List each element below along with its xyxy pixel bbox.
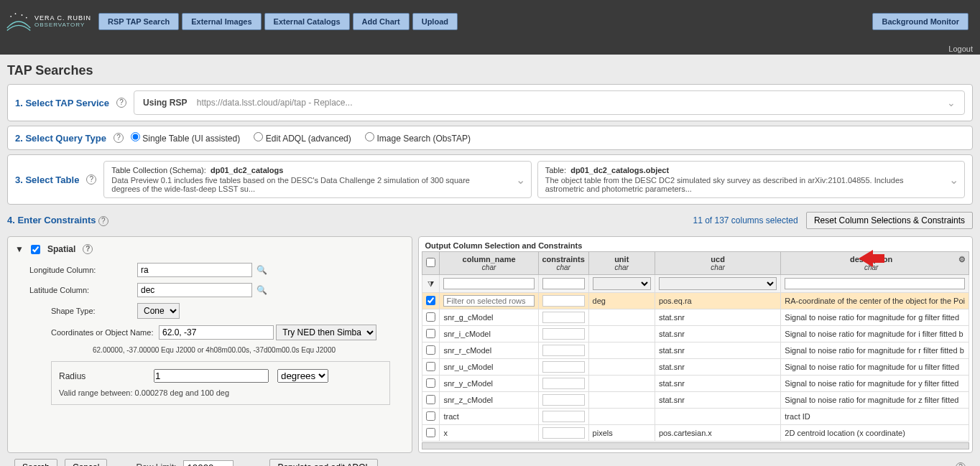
row-checkbox[interactable] [426, 362, 435, 371]
radio-single-table[interactable]: Single Table (UI assisted) [131, 134, 240, 144]
spatial-enable-checkbox[interactable] [31, 245, 40, 254]
longitude-column-input[interactable] [137, 263, 252, 277]
cell-name [440, 293, 538, 309]
row-checkbox[interactable] [426, 411, 435, 421]
table-row[interactable]: snr_i_cModelstat.snrSignal to noise rati… [422, 326, 969, 342]
table-selector[interactable]: Table: dp01_dc2_catalogs.object The obje… [537, 161, 965, 198]
table-row[interactable]: xpixelspos.cartesian.x2D centroid locati… [422, 425, 969, 442]
constraint-input[interactable] [542, 427, 585, 439]
svg-point-2 [22, 14, 23, 16]
name-resolver-select[interactable]: Try NED then Simbad [276, 325, 376, 340]
radius-box: Radius degrees Valid range between: 0.00… [51, 361, 390, 405]
cell-name: snr_y_cModel [440, 376, 538, 392]
cell-ucd: stat.snr [655, 326, 780, 342]
gear-icon[interactable]: ⚙ [958, 255, 966, 264]
cell-desc: Signal to noise ratio for magnitude for … [781, 309, 969, 326]
cell-constraints [538, 326, 588, 342]
row-checkbox[interactable] [426, 378, 435, 388]
tab-external-catalogs[interactable]: External Catalogs [264, 13, 350, 30]
reset-selections-button[interactable]: Reset Column Selections & Constraints [806, 212, 973, 229]
search-icon[interactable]: 🔍 [256, 285, 267, 295]
row-checkbox[interactable] [426, 296, 435, 305]
cell-unit [588, 309, 655, 326]
table-row[interactable]: snr_g_cModelstat.snrSignal to noise rati… [422, 309, 969, 326]
table-row[interactable]: degpos.eq.raRA-coordinate of the center … [422, 293, 969, 309]
help-icon[interactable]: ? [956, 462, 966, 466]
background-monitor-button[interactable]: Background Monitor [872, 13, 969, 30]
search-button[interactable]: Search [14, 459, 57, 466]
filter-unit-select[interactable] [593, 277, 651, 290]
row-checkbox[interactable] [426, 395, 435, 404]
horizontal-scrollbar[interactable] [422, 442, 969, 449]
populate-adql-button[interactable]: Populate and edit ADQL [269, 459, 378, 466]
tap-service-selector[interactable]: Using RSP https://data.lsst.cloud/api/ta… [134, 90, 965, 115]
filter-icon[interactable]: ⧩ [427, 279, 434, 288]
cell-desc: tract ID [781, 409, 969, 425]
collapse-toggle-icon[interactable]: ▼ [15, 244, 24, 254]
shape-type-select[interactable]: Cone [137, 303, 180, 319]
schema-selector[interactable]: Table Collection (Schema): dp01_dc2_cata… [103, 161, 531, 198]
table-row[interactable]: snr_r_cModelstat.snrSignal to noise rati… [422, 342, 969, 359]
row-checkbox[interactable] [426, 329, 435, 338]
coords-label: Coordinates or Object Name: [51, 328, 159, 337]
row-checkbox[interactable] [426, 312, 435, 322]
row-limit-label: Row Limit: [136, 462, 176, 466]
constraint-input[interactable] [542, 411, 585, 422]
help-icon[interactable]: ? [83, 244, 93, 254]
radius-unit-select[interactable]: degrees [277, 369, 328, 383]
bottom-bar: Search Cancel Row Limit: Populate and ed… [7, 453, 973, 466]
cell-ucd: stat.snr [655, 392, 780, 409]
logout-link[interactable]: Logout [948, 45, 973, 53]
cell-name: x [440, 425, 538, 442]
table-row[interactable]: snr_z_cModelstat.snrSignal to noise rati… [422, 392, 969, 409]
selected-filter-input[interactable] [443, 295, 534, 307]
row-limit-input[interactable] [183, 460, 234, 467]
tab-add-chart[interactable]: Add Chart [353, 13, 410, 30]
table-row[interactable]: snr_u_cModelstat.snrSignal to noise rati… [422, 359, 969, 376]
filter-constraints-input[interactable] [542, 278, 585, 289]
step4-header: 4. Enter Constraints ? 11 of 137 columns… [7, 209, 973, 232]
coords-hint: 62.00000, -37.00000 Equ J2000 or 4h08m00… [93, 346, 405, 354]
radius-input[interactable] [154, 369, 269, 383]
cell-constraints [538, 309, 588, 326]
table-row[interactable]: tracttract ID [422, 409, 969, 425]
help-icon[interactable]: ? [86, 174, 96, 185]
cell-desc: Signal to noise ratio for magnitude for … [781, 342, 969, 359]
table-row[interactable]: snr_y_cModelstat.snrSignal to noise rati… [422, 376, 969, 392]
constraint-input[interactable] [542, 378, 585, 389]
tab-external-images[interactable]: External Images [182, 13, 261, 30]
radius-range-hint: Valid range between: 0.000278 deg and 10… [59, 388, 382, 397]
constraint-input[interactable] [542, 345, 585, 356]
page-title: TAP Searches [7, 59, 973, 84]
radio-image-search[interactable]: Image Search (ObsTAP) [365, 134, 471, 144]
cell-ucd: stat.snr [655, 359, 780, 376]
filter-desc-input[interactable] [785, 278, 965, 289]
row-checkbox[interactable] [426, 345, 435, 355]
help-icon[interactable]: ? [116, 98, 126, 108]
filter-ucd-select[interactable] [659, 277, 777, 290]
constraint-input[interactable] [542, 394, 585, 406]
tab-upload[interactable]: Upload [412, 13, 458, 30]
chevron-down-icon: ⌄ [516, 173, 525, 187]
constraint-input[interactable] [542, 295, 585, 307]
tab-rsp-tap-search[interactable]: RSP TAP Search [98, 13, 179, 30]
row-checkbox[interactable] [426, 428, 435, 437]
radio-edit-adql[interactable]: Edit ADQL (advanced) [254, 134, 351, 144]
search-icon[interactable]: 🔍 [256, 265, 267, 275]
coords-input[interactable] [159, 325, 274, 340]
select-all-checkbox[interactable] [426, 258, 435, 267]
output-columns-panel: Output Column Selection and Constraints … [418, 236, 973, 453]
filter-name-input[interactable] [443, 278, 534, 289]
help-icon[interactable]: ? [98, 216, 108, 226]
help-icon[interactable]: ? [114, 133, 124, 143]
cell-constraints [538, 342, 588, 359]
constraint-input[interactable] [542, 312, 585, 323]
constraint-input[interactable] [542, 328, 585, 340]
logo-text-line2: OBSERVATORY [34, 22, 91, 29]
cell-desc: Signal to noise ratio for magnitude for … [781, 376, 969, 392]
constraints-left-panel: ▼ Spatial ? Longitude Column: 🔍 Latitude… [7, 236, 412, 453]
constraint-input[interactable] [542, 361, 585, 373]
cancel-button[interactable]: Cancel [65, 459, 107, 466]
latitude-column-input[interactable] [137, 283, 252, 297]
step4-label: 4. Enter Constraints [7, 215, 96, 225]
